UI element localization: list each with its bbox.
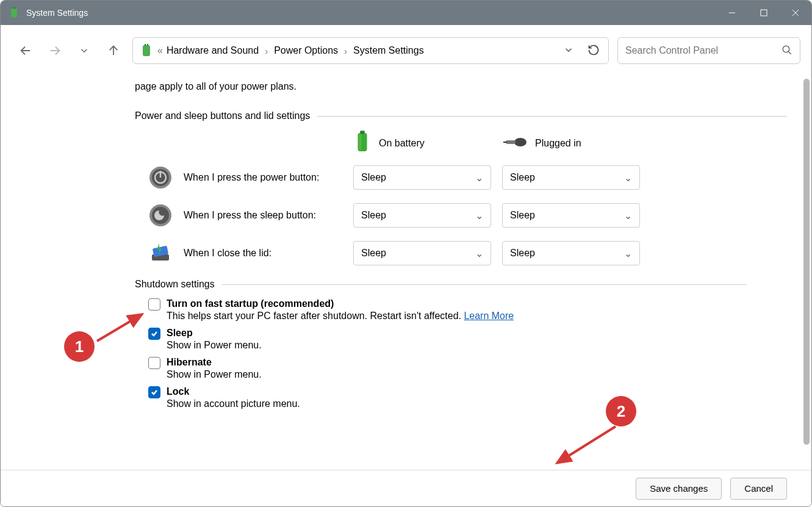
lid-label: When I close the lid: bbox=[184, 248, 353, 259]
breadcrumb-dropdown-icon[interactable] bbox=[563, 45, 574, 57]
hibernate-checkbox[interactable] bbox=[148, 357, 160, 369]
sleep-checkbox[interactable] bbox=[148, 328, 160, 340]
group-buttons-title: Power and sleep buttons and lid settings bbox=[135, 110, 310, 121]
chevron-down-icon: ⌄ bbox=[475, 172, 483, 184]
sleep-checkbox-title: Sleep bbox=[167, 328, 262, 339]
search-icon[interactable] bbox=[781, 45, 792, 57]
maximize-button[interactable] bbox=[748, 1, 780, 25]
svg-line-14 bbox=[788, 51, 791, 54]
search-box[interactable] bbox=[617, 37, 800, 64]
power-button-label: When I press the power button: bbox=[184, 172, 353, 183]
chevron-down-icon: ⌄ bbox=[475, 210, 483, 221]
breadcrumb-bar[interactable]: « Hardware and Sound › Power Options › S… bbox=[132, 37, 609, 64]
svg-rect-1 bbox=[13, 7, 14, 9]
chevron-right-icon: › bbox=[265, 46, 268, 56]
svg-rect-17 bbox=[359, 135, 362, 150]
scrollbar-thumb[interactable] bbox=[803, 79, 810, 445]
breadcrumb-icon bbox=[139, 43, 154, 58]
annotation-2: 2 bbox=[606, 396, 636, 426]
breadcrumb-power[interactable]: Power Options bbox=[274, 45, 338, 56]
close-button[interactable] bbox=[780, 1, 811, 25]
annotation-1: 1 bbox=[64, 331, 95, 362]
plugged-in-label: Plugged in bbox=[535, 138, 581, 149]
power-button-icon bbox=[148, 165, 173, 190]
sleep-plugged-select[interactable]: Sleep⌄ bbox=[502, 203, 640, 228]
hibernate-checkbox-title: Hibernate bbox=[167, 357, 262, 368]
search-input[interactable] bbox=[625, 45, 781, 56]
learn-more-link[interactable]: Learn More bbox=[464, 311, 514, 321]
sleep-checkbox-desc: Show in Power menu. bbox=[167, 340, 262, 351]
svg-rect-4 bbox=[761, 10, 767, 16]
app-icon bbox=[8, 7, 20, 19]
intro-text: page apply to all of your power plans. bbox=[135, 81, 787, 92]
save-button[interactable]: Save changes bbox=[636, 478, 722, 500]
svg-rect-2 bbox=[15, 7, 16, 9]
svg-point-13 bbox=[783, 46, 789, 52]
lid-icon bbox=[148, 241, 173, 265]
svg-point-18 bbox=[514, 138, 526, 146]
lock-checkbox[interactable] bbox=[148, 386, 160, 398]
sleep-button-label: When I press the sleep button: bbox=[184, 210, 353, 221]
navbar: « Hardware and Sound › Power Options › S… bbox=[1, 25, 811, 76]
hibernate-checkbox-desc: Show in Power menu. bbox=[167, 369, 262, 380]
forward-button[interactable] bbox=[45, 40, 65, 61]
svg-rect-11 bbox=[145, 44, 146, 46]
svg-rect-16 bbox=[360, 131, 365, 134]
sleep-battery-select[interactable]: Sleep⌄ bbox=[353, 203, 491, 228]
svg-rect-12 bbox=[147, 44, 148, 46]
back-button[interactable] bbox=[15, 40, 36, 61]
chevron-down-icon: ⌄ bbox=[624, 172, 632, 184]
cancel-button[interactable]: Cancel bbox=[730, 478, 787, 500]
chevron-down-icon: ⌄ bbox=[475, 248, 483, 259]
power-battery-select[interactable]: Sleep⌄ bbox=[353, 165, 491, 190]
lid-battery-select[interactable]: Sleep⌄ bbox=[353, 241, 491, 265]
footer: Save changes Cancel bbox=[1, 470, 811, 506]
chevron-down-icon: ⌄ bbox=[624, 210, 632, 221]
battery-icon bbox=[353, 130, 372, 157]
chevron-right-icon: › bbox=[344, 46, 347, 56]
svg-rect-10 bbox=[143, 45, 150, 56]
plug-icon bbox=[503, 135, 528, 152]
svg-rect-0 bbox=[11, 9, 17, 18]
chevron-down-icon: ⌄ bbox=[624, 248, 632, 259]
lock-checkbox-desc: Show in account picture menu. bbox=[167, 398, 300, 409]
breadcrumb-overflow-icon[interactable]: « bbox=[157, 45, 163, 56]
breadcrumb-hardware[interactable]: Hardware and Sound bbox=[167, 45, 259, 56]
lid-plugged-select[interactable]: Sleep⌄ bbox=[502, 241, 640, 265]
titlebar: System Settings bbox=[1, 1, 811, 25]
minimize-button[interactable] bbox=[716, 1, 748, 25]
fast-startup-desc: This helps start your PC faster after sh… bbox=[167, 311, 464, 321]
svg-rect-19 bbox=[506, 140, 516, 144]
on-battery-label: On battery bbox=[379, 138, 425, 149]
breadcrumb-system-settings[interactable]: System Settings bbox=[353, 45, 424, 56]
fast-startup-checkbox[interactable] bbox=[148, 298, 160, 311]
sleep-button-icon bbox=[148, 203, 173, 228]
up-button[interactable] bbox=[103, 40, 124, 61]
lock-checkbox-title: Lock bbox=[167, 386, 300, 397]
power-plugged-select[interactable]: Sleep⌄ bbox=[502, 165, 640, 190]
recent-dropdown[interactable] bbox=[74, 40, 95, 61]
content-area: page apply to all of your power plans. P… bbox=[1, 76, 811, 471]
fast-startup-title: Turn on fast startup (recommended) bbox=[167, 298, 514, 309]
window-title: System Settings bbox=[26, 8, 88, 18]
refresh-button[interactable] bbox=[587, 44, 600, 58]
group-shutdown-title: Shutdown settings bbox=[135, 279, 215, 290]
